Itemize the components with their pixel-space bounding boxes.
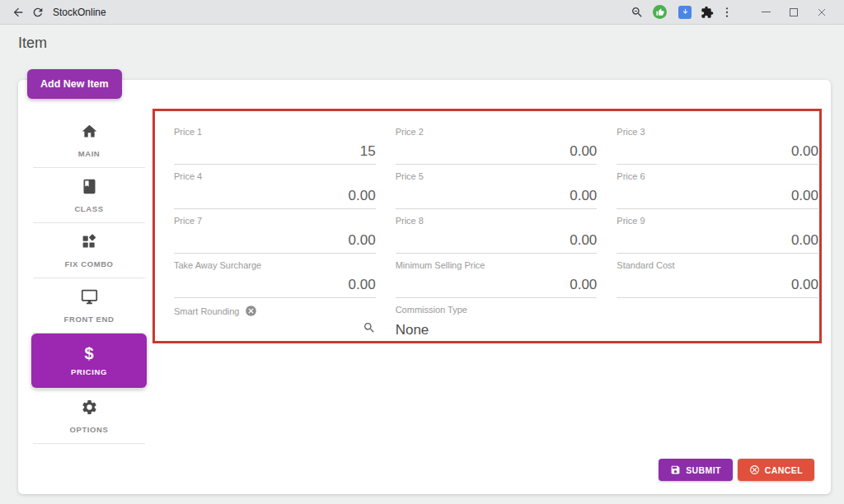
sidebar-item-label: PRICING [71, 367, 107, 376]
field-value: 0.00 [174, 188, 376, 204]
sidebar-item-label: FIX COMBO [64, 259, 113, 268]
field-label: Price 6 [617, 171, 818, 181]
sidebar-item-label: OPTIONS [70, 425, 109, 434]
field-price-5[interactable]: Price 5 0.00 [396, 165, 598, 209]
field-value: 0.00 [396, 188, 598, 204]
sidebar-item-label: FRONT END [64, 315, 115, 324]
class-book-icon [81, 178, 98, 198]
sidebar-item-main[interactable]: MAIN [31, 113, 147, 167]
field-price-8[interactable]: Price 8 0.00 [396, 209, 598, 254]
sidebar-item-front-end[interactable]: FRONT END [31, 278, 147, 333]
combo-grid-icon [81, 233, 98, 254]
sidebar-item-label: MAIN [78, 149, 101, 158]
cancel-circle-icon [749, 464, 760, 475]
app-title: StockOnline [53, 7, 106, 18]
field-price-2[interactable]: Price 2 0.00 [396, 120, 598, 165]
sidebar-item-label: CLASS [74, 204, 103, 213]
field-value: 0.00 [396, 232, 598, 249]
page-title: Item [18, 35, 47, 52]
field-price-1[interactable]: Price 1 15 [174, 120, 376, 165]
gear-icon [81, 399, 98, 419]
pricing-form: Price 1 15 Price 2 0.00 Price 3 0.00 Pri… [174, 120, 818, 343]
search-icon[interactable] [363, 321, 376, 338]
divider [33, 443, 145, 444]
submit-button-label: SUBMIT [686, 465, 721, 475]
back-icon[interactable] [8, 2, 28, 22]
field-value: 0.00 [617, 277, 818, 293]
field-label: Commission Type [396, 305, 598, 315]
field-smart-rounding[interactable]: Smart Rounding [174, 298, 376, 343]
field-value: 0.00 [174, 277, 376, 293]
field-value: 0.00 [396, 277, 598, 293]
field-value: 0.00 [396, 143, 598, 160]
field-label: Price 5 [396, 171, 598, 181]
close-icon[interactable] [808, 1, 836, 24]
field-value: 15 [174, 143, 376, 160]
extensions-puzzle-icon[interactable] [697, 2, 717, 22]
field-price-3[interactable]: Price 3 0.00 [617, 120, 818, 165]
field-label: Take Away Surcharge [174, 260, 376, 270]
add-new-item-button[interactable]: Add New Item [27, 69, 122, 99]
empty-cell [617, 298, 818, 343]
field-value: None [396, 322, 598, 338]
zoom-out-icon[interactable] [627, 2, 647, 22]
field-value: 0.00 [617, 232, 818, 249]
field-minimum-selling-price[interactable]: Minimum Selling Price 0.00 [396, 254, 598, 298]
app-window: StockOnline Item Add New Item [0, 0, 844, 504]
field-standard-cost[interactable]: Standard Cost 0.00 [617, 254, 818, 298]
cancel-button[interactable]: CANCEL [738, 459, 814, 481]
sidebar-item-class[interactable]: CLASS [31, 168, 147, 222]
monitor-icon [81, 288, 98, 309]
maximize-icon[interactable] [780, 1, 808, 24]
refresh-icon[interactable] [28, 2, 48, 22]
field-price-9[interactable]: Price 9 0.00 [617, 209, 818, 254]
field-value: 0.00 [617, 188, 818, 204]
field-label: Price 7 [174, 216, 376, 226]
field-label: Price 3 [617, 127, 818, 137]
kebab-menu-icon[interactable] [717, 2, 737, 22]
clear-icon[interactable] [245, 305, 257, 317]
submit-button[interactable]: SUBMIT [659, 459, 733, 481]
field-label: Price 8 [396, 216, 598, 226]
field-label: Standard Cost [617, 260, 818, 270]
field-label: Price 2 [396, 127, 598, 137]
save-icon [670, 464, 681, 475]
sidebar-item-fix-combo[interactable]: FIX COMBO [31, 223, 147, 278]
field-label: Price 1 [174, 127, 376, 137]
field-commission-type[interactable]: Commission Type None [396, 298, 598, 343]
form-actions: SUBMIT CANCEL [659, 459, 814, 481]
field-value [174, 321, 376, 338]
thumbs-up-extension-icon[interactable] [653, 5, 667, 19]
sidebar-item-options[interactable]: OPTIONS [31, 389, 147, 443]
field-price-4[interactable]: Price 4 0.00 [174, 165, 376, 209]
field-label: Price 9 [617, 216, 818, 226]
field-label: Minimum Selling Price [396, 260, 598, 270]
field-label: Price 4 [174, 171, 376, 181]
field-price-6[interactable]: Price 6 0.00 [617, 165, 818, 209]
minimize-icon[interactable] [752, 1, 780, 24]
field-value: 0.00 [617, 143, 818, 160]
field-label-text: Smart Rounding [174, 306, 240, 316]
cancel-button-label: CANCEL [765, 465, 803, 475]
download-extension-icon[interactable] [678, 6, 692, 19]
dollar-icon: $ [84, 345, 93, 362]
sidebar: MAIN CLASS FIX COMBO [31, 113, 147, 444]
field-label: Smart Rounding [174, 305, 376, 317]
sidebar-item-pricing[interactable]: $ PRICING [31, 334, 147, 388]
field-value: 0.00 [174, 232, 376, 249]
field-price-7[interactable]: Price 7 0.00 [174, 209, 376, 254]
titlebar: StockOnline [0, 0, 844, 25]
field-take-away-surcharge[interactable]: Take Away Surcharge 0.00 [174, 254, 376, 298]
home-icon [81, 123, 98, 143]
